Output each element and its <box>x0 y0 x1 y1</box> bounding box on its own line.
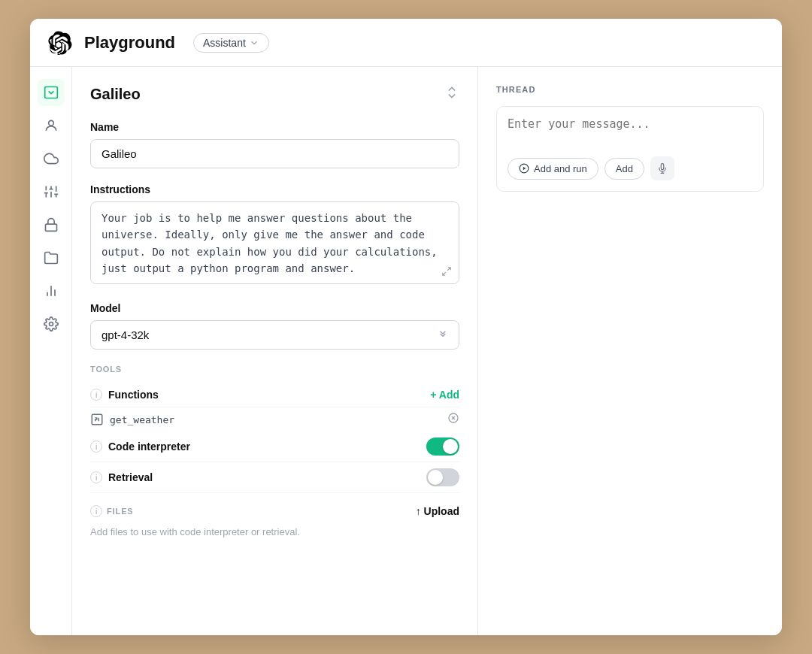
functions-label: Functions <box>108 389 159 401</box>
message-box: Add and run Add <box>496 106 764 192</box>
model-label: Model <box>90 302 459 314</box>
files-hint: Add files to use with code interpreter o… <box>90 526 459 537</box>
sidebar-item-lock[interactable] <box>38 211 65 238</box>
function-item: get_weather <box>90 407 459 431</box>
panel-header: Galileo <box>90 85 459 103</box>
functions-info-icon[interactable]: i <box>90 389 102 401</box>
settings-icon <box>44 316 59 332</box>
tools-label: TOOLS <box>90 365 459 374</box>
expand-icon[interactable] <box>441 266 452 280</box>
files-section: i FILES ↑ Upload Add files to use with c… <box>90 505 459 537</box>
svg-marker-19 <box>523 167 526 171</box>
code-interpreter-row: i Code interpreter <box>90 431 459 462</box>
model-select-wrapper: gpt-4-32k gpt-4 gpt-3.5-turbo gpt-4-turb… <box>90 320 459 350</box>
add-run-button[interactable]: Add and run <box>508 158 598 180</box>
app-window: Playground Assistant <box>30 19 782 635</box>
play-icon <box>519 163 529 174</box>
function-remove-icon[interactable] <box>447 412 459 427</box>
model-section: Model gpt-4-32k gpt-4 gpt-3.5-turbo gpt-… <box>90 302 459 350</box>
name-label: Name <box>90 121 459 133</box>
functions-left: i Functions <box>90 389 159 401</box>
sidebar-item-playground[interactable] <box>38 79 65 106</box>
main-layout: Galileo Name Instructions Your job is to… <box>30 67 782 635</box>
code-interpreter-toggle[interactable] <box>426 438 459 456</box>
add-button[interactable]: Add <box>604 158 644 180</box>
sidebar-item-sliders[interactable] <box>38 178 65 205</box>
retrieval-info-icon[interactable]: i <box>90 471 102 483</box>
tools-section: TOOLS i Functions + Add get_weather <box>90 365 459 493</box>
retrieval-label: Retrieval <box>108 471 153 483</box>
cloud-icon <box>44 151 59 166</box>
svg-point-1 <box>48 120 53 126</box>
message-input[interactable] <box>508 117 753 147</box>
assistant-badge[interactable]: Assistant <box>193 33 269 53</box>
message-actions: Add and run Add <box>508 156 753 180</box>
model-select[interactable]: gpt-4-32k gpt-4 gpt-3.5-turbo gpt-4-turb… <box>90 320 459 350</box>
instructions-section: Instructions Your job is to help me answ… <box>90 183 459 287</box>
retrieval-toggle[interactable] <box>426 468 459 486</box>
page-title: Playground <box>84 33 175 53</box>
upload-button[interactable]: ↑ Upload <box>416 505 459 517</box>
assistant-badge-label: Assistant <box>203 37 246 49</box>
folder-icon <box>44 250 59 265</box>
svg-rect-11 <box>45 224 56 231</box>
toggle-knob <box>443 439 458 454</box>
files-row: i FILES ↑ Upload <box>90 505 459 517</box>
openai-logo <box>48 31 72 55</box>
function-name: get_weather <box>110 414 174 425</box>
function-tag-icon <box>90 413 104 426</box>
name-input[interactable] <box>90 139 459 168</box>
files-info-icon[interactable]: i <box>90 505 102 517</box>
functions-add-button[interactable]: + Add <box>430 389 459 401</box>
retrieval-row: i Retrieval <box>90 462 459 493</box>
add-run-label: Add and run <box>534 163 587 174</box>
header: Playground Assistant <box>30 19 782 67</box>
instructions-input[interactable]: Your job is to help me answer questions … <box>90 201 459 284</box>
sidebar-item-assistants[interactable] <box>38 112 65 139</box>
chevron-down-icon <box>249 38 259 48</box>
sidebar-item-folder[interactable] <box>38 244 65 271</box>
instructions-label: Instructions <box>90 183 459 195</box>
chevron-updown-icon[interactable] <box>444 85 459 103</box>
code-interpreter-label: Code interpreter <box>108 441 190 453</box>
right-panel: THREAD Add and run Add <box>478 67 782 635</box>
chart-icon <box>44 283 59 298</box>
svg-rect-0 <box>44 87 57 98</box>
sidebar-item-chart[interactable] <box>38 277 65 304</box>
assistant-name-heading: Galileo <box>90 86 141 103</box>
sidebar-item-settings[interactable] <box>38 310 65 338</box>
name-section: Name <box>90 121 459 168</box>
svg-point-15 <box>49 322 53 326</box>
functions-row: i Functions + Add <box>90 383 459 407</box>
code-interpreter-info-icon[interactable]: i <box>90 441 102 453</box>
lock-icon <box>44 217 59 232</box>
sidebar-item-cloud[interactable] <box>38 145 65 172</box>
instructions-wrapper: Your job is to help me answer questions … <box>90 201 459 287</box>
person-icon <box>44 118 59 133</box>
mic-button[interactable] <box>650 156 674 180</box>
retrieval-left: i Retrieval <box>90 471 153 483</box>
sidebar <box>30 67 72 635</box>
thread-label: THREAD <box>496 85 764 94</box>
code-interpreter-left: i Code interpreter <box>90 441 190 453</box>
microphone-icon <box>657 163 668 174</box>
left-panel: Galileo Name Instructions Your job is to… <box>72 67 478 635</box>
toggle-knob-retrieval <box>428 470 443 485</box>
sliders-icon <box>44 184 59 199</box>
terminal-icon <box>44 85 59 100</box>
files-label: FILES <box>107 507 134 516</box>
